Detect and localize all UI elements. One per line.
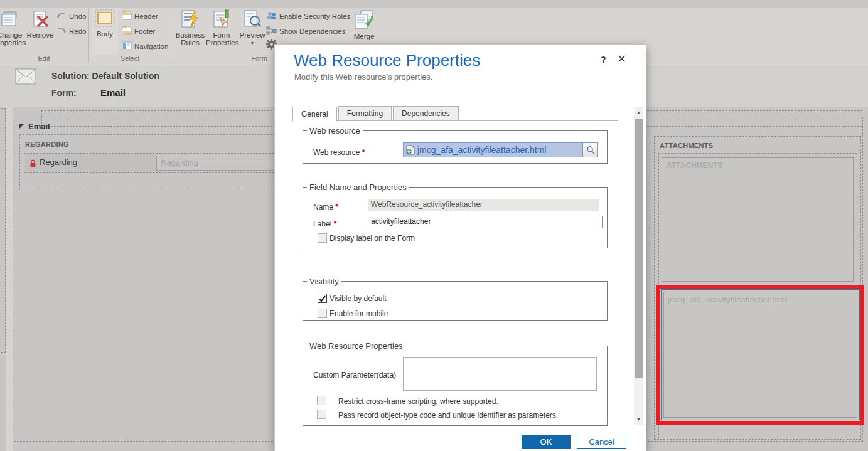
label-input[interactable]: activityfileattacher: [368, 216, 603, 228]
name-field-label: Name *: [313, 203, 338, 211]
footer-label: Footer: [134, 28, 155, 35]
body-button[interactable]: Body: [92, 8, 118, 55]
business-rules-button[interactable]: Business Rules: [174, 8, 206, 55]
webresource-control-label: jmcg_afa_activityfileattacher.html: [668, 295, 788, 304]
header-icon: [122, 11, 132, 21]
enable-for-mobile-checkbox[interactable]: [318, 309, 327, 318]
header-button[interactable]: Header: [122, 10, 158, 23]
cancel-button[interactable]: Cancel: [577, 435, 626, 449]
change-properties-label: Change Properties: [0, 31, 26, 46]
web-resource-properties-legend: Web Resource Properties: [307, 341, 405, 351]
lookup-button[interactable]: [582, 143, 597, 157]
lock-icon: [29, 159, 36, 170]
collapse-triangle-icon[interactable]: [19, 124, 24, 129]
visibility-legend: Visibility: [307, 277, 341, 286]
show-dependencies-icon: [266, 26, 277, 36]
undo-button[interactable]: Undo: [56, 10, 87, 23]
ribbon-separator: [171, 9, 171, 63]
enable-for-mobile-text: Enable for mobile: [330, 309, 388, 318]
dialog-title: Web Resource Properties: [294, 51, 480, 70]
dialog-scrollbar[interactable]: ▲ ▼: [634, 107, 643, 425]
navigation-icon: [122, 41, 132, 51]
highlight-annotation-box: jmcg_afa_activityfileattacher.html: [656, 285, 864, 425]
body-label: Body: [97, 30, 113, 38]
app-window: Change Properties Remove Undo Redo Edit: [0, 0, 868, 451]
edit-group-label: Edit: [0, 55, 88, 62]
visible-by-default-checkbox[interactable]: [318, 294, 327, 303]
attachments-section-title: ATTACHMENTS: [660, 142, 713, 149]
magnifier-icon: [586, 146, 595, 154]
regarding-field-label: Regarding: [40, 157, 77, 167]
body-icon: [92, 9, 118, 28]
footer-icon: [122, 26, 132, 36]
show-dependencies-button[interactable]: Show Dependencies: [266, 25, 346, 38]
web-resource-lookup-field[interactable]: jmcg_afa_activityfileattacher.html: [403, 142, 598, 157]
form-name: Email: [100, 87, 126, 98]
email-entity-icon: [15, 68, 36, 87]
show-dependencies-label: Show Dependencies: [279, 28, 346, 35]
visible-by-default-text: Visible by default: [330, 294, 387, 303]
remove-icon: [25, 9, 55, 29]
pass-params-text: Pass record object-type code and unique …: [338, 411, 558, 420]
label-field-label: Label *: [313, 220, 336, 228]
canvas-left-strip: [6, 107, 13, 451]
redo-button[interactable]: Redo: [56, 25, 87, 38]
restrict-xframe-checkbox[interactable]: [317, 396, 326, 405]
preview-dropdown-caret[interactable]: ▼: [238, 40, 266, 47]
field-name-properties-legend: Field Name and Properties: [307, 183, 409, 192]
ribbon-top-strip: [0, 0, 868, 8]
dialog-subtitle: Modify this Web resource's properties.: [294, 72, 432, 82]
preview-icon: [238, 9, 266, 29]
navigation-label: Navigation: [134, 43, 168, 50]
form-label: Form:: [51, 88, 77, 98]
display-label-text: Display label on the Form: [330, 234, 415, 243]
display-label-checkbox[interactable]: [318, 233, 327, 243]
attachments-grid-control[interactable]: ATTACHMENTS: [662, 157, 854, 282]
custom-parameter-textarea[interactable]: [403, 357, 597, 391]
regarding-section-title: REGARDING: [25, 141, 69, 148]
help-icon[interactable]: ?: [601, 55, 606, 65]
canvas-left-rail: [0, 108, 6, 353]
pass-params-checkbox[interactable]: [317, 410, 326, 419]
scrollbar-thumb[interactable]: [635, 119, 643, 378]
html-file-icon: [406, 145, 415, 155]
tab-formatting[interactable]: Formatting: [338, 106, 392, 121]
enable-security-roles-button[interactable]: Enable Security Roles: [266, 10, 350, 23]
merge-label: Merge: [354, 33, 375, 40]
enable-security-roles-icon: [266, 11, 277, 21]
scroll-up-icon[interactable]: ▲: [634, 107, 643, 118]
form-group-label: Form: [244, 55, 275, 62]
name-input: WebResource_activityfileattacher: [368, 199, 599, 211]
form-properties-button[interactable]: Form Properties: [206, 8, 237, 55]
form-properties-icon: [206, 9, 237, 29]
merge-icon: [349, 9, 379, 31]
web-resource-value: jmcg_afa_activityfileattacher.html: [415, 145, 582, 155]
email-section-title: Email: [28, 122, 50, 131]
business-rules-label: Business Rules: [176, 31, 205, 46]
check-icon: [318, 295, 326, 303]
attachments-control-label: ATTACHMENTS: [667, 161, 723, 170]
dialog-tabs: General Formatting Dependencies: [292, 106, 460, 121]
undo-label: Undo: [69, 13, 87, 20]
redo-icon: [56, 27, 67, 36]
preview-button[interactable]: Preview ▼: [238, 8, 266, 55]
remove-label: Remove: [27, 31, 54, 39]
tab-dependencies[interactable]: Dependencies: [393, 106, 459, 121]
footer-button[interactable]: Footer: [122, 25, 155, 38]
close-icon[interactable]: ✕: [617, 52, 626, 66]
tab-general[interactable]: General: [292, 107, 337, 122]
enable-security-roles-label: Enable Security Roles: [279, 13, 350, 20]
select-group-label: Select: [89, 55, 171, 62]
selected-webresource-control[interactable]: jmcg_afa_activityfileattacher.html: [661, 289, 860, 420]
solution-title: Solution: Default Solution: [51, 71, 159, 81]
remove-button[interactable]: Remove: [25, 8, 55, 55]
undo-icon: [56, 12, 67, 21]
web-resource-field-label: Web resource *: [313, 148, 365, 157]
restrict-xframe-text: Restrict cross-frame scripting, where su…: [338, 397, 498, 406]
business-rules-icon: [174, 9, 206, 29]
ok-button[interactable]: OK: [522, 435, 571, 449]
navigation-button[interactable]: Navigation: [122, 40, 168, 53]
scroll-down-icon[interactable]: ▼: [634, 414, 643, 425]
web-resource-properties-dialog: Web Resource Properties ? ✕ Modify this …: [274, 44, 646, 451]
header-label: Header: [134, 13, 158, 20]
